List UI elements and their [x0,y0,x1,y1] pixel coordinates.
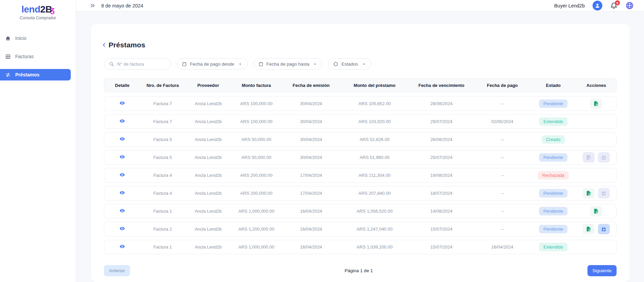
calendar-extend-action-button[interactable] [598,224,610,234]
calendar-plus-icon [601,191,606,196]
eye-icon [120,208,125,214]
invoice-search-field[interactable] [104,58,171,70]
due-date-cell: 15/07/2024 [408,227,474,232]
payment-date-cell: -- [474,137,530,142]
view-loan-detail-button[interactable] [119,136,126,143]
status-cell: Extendido [530,243,576,251]
invoice-number-cell: Factura 7 [140,119,185,124]
page-info: Página 1 de 1 [345,268,373,273]
column-header: Fecha de emisión [281,83,341,88]
view-loan-detail-button[interactable] [119,171,126,179]
issue-date-cell: 16/04/2024 [281,209,341,214]
eye-icon [120,244,125,250]
view-loan-detail-button[interactable] [119,189,126,197]
next-page-button[interactable]: Siguiente [587,265,617,276]
detail-cell [104,243,140,251]
status-badge: Pendiente [539,207,568,215]
home-icon [5,36,11,41]
due-date-cell: 15/07/2024 [408,244,474,250]
eye-icon [120,172,125,179]
invoice-number-cell: Factura 1 [140,209,185,214]
issue-date-cell: 17/04/2024 [281,191,341,196]
due-date-cell: 18/07/2024 [408,191,474,196]
sidebar: lend2Bʒ Consola Comprador Inicio Factura… [0,0,76,282]
sidebar-nav: Inicio Facturas Préstamos [0,32,76,80]
invoice-amount-cell: ARS 50,000.00 [231,137,281,142]
previous-page-button[interactable]: Anterior [104,265,130,276]
provider-cell: Ancla Lend2b [185,119,231,124]
status-badge: Extendido [539,117,567,126]
invoices-grid-icon [5,54,11,60]
sidebar-item-prestamos[interactable]: Préstamos [0,69,71,80]
notification-count-badge: 5 [615,0,620,5]
loan-document-action-button[interactable] [590,98,602,109]
payment-date-cell: -- [474,209,530,214]
status-badge: Pendiente [539,99,568,108]
view-loan-detail-button[interactable] [119,225,126,233]
calendar-plus-icon [601,155,606,160]
loan-document-action-button[interactable] [583,224,595,234]
loans-table: Detalle Nro. de Factura Proveedor Monto … [104,78,617,254]
invoice-amount-cell: ARS 200,000.00 [231,191,281,196]
invoice-amount-cell: ARS 100,000.00 [231,101,281,106]
issue-date-cell: 30/04/2024 [281,101,341,106]
issue-date-cell: 30/04/2024 [281,155,341,160]
detail-cell [104,154,140,161]
provider-cell: Ancla Lend2b [185,101,231,106]
status-badge: Pendiente [539,225,568,233]
actions-cell [576,188,616,198]
loan-amount-cell: ARS 51,960.00 [341,155,409,160]
page-title: Préstamos [109,41,145,49]
loan-document-action-button [583,152,595,163]
filters-bar: Fecha de pago desde Fecha de pago hasta [104,58,617,70]
app-root: lend2Bʒ Consola Comprador Inicio Factura… [0,0,644,282]
loan-document-action-button[interactable] [590,206,602,216]
actions-cell [576,98,616,109]
brand-logo[interactable]: lend2Bʒ [0,4,76,15]
due-date-cell: 29/07/2024 [408,119,474,124]
invoice-number-cell: Factura 1 [140,244,185,250]
page-title-row: ‹ Préstamos [103,40,617,50]
view-loan-detail-button[interactable] [119,207,126,215]
sidebar-item-inicio[interactable]: Inicio [0,32,71,44]
sidebar-item-label: Inicio [15,36,26,41]
date-to-filter-button[interactable]: Fecha de pago hasta [253,58,323,70]
view-loan-detail-button[interactable] [119,154,126,161]
search-input[interactable] [117,62,166,67]
view-loan-detail-button[interactable] [119,243,126,251]
due-date-cell: 14/08/2024 [408,209,474,214]
loans-card: ‹ Préstamos Fecha de pago desde [91,24,629,282]
language-globe-button[interactable] [625,1,634,10]
loan-amount-cell: ARS 105,652.00 [341,101,409,106]
pagination: Anterior Página 1 de 1 Siguiente [104,265,617,282]
provider-cell: Ancla Lend2b [185,244,231,250]
loan-amount-cell: ARS 103,920.00 [341,119,409,124]
invoice-number-cell: Factura 4 [140,173,185,178]
loan-document-action-button[interactable] [583,188,595,198]
eye-icon [120,226,125,232]
status-badge: Creado [542,135,565,144]
invoice-number-cell: Factura 5 [140,137,185,142]
detail-cell [104,100,140,108]
loan-amount-cell: ARS 52,826.00 [341,137,409,142]
document-check-icon [586,190,592,196]
provider-cell: Ancla Lend2b [185,209,231,214]
sidebar-collapse-icon[interactable] [90,3,95,8]
column-header: Fecha de pago [474,83,530,88]
states-filter-button[interactable]: Estados [328,58,371,70]
issue-date-cell: 30/04/2024 [281,137,341,142]
notifications-button[interactable]: 5 [610,2,618,9]
brand-logo-text: lend [21,4,40,15]
view-loan-detail-button[interactable] [119,100,126,108]
provider-cell: Ancla Lend2b [185,137,231,142]
back-button[interactable]: ‹ [103,40,106,50]
status-cell: Rechazada [530,171,576,180]
loan-row: Factura 7Ancla Lend2bARS 100,000.0030/04… [104,114,617,129]
date-from-filter-button[interactable]: Fecha de pago desde [177,58,248,70]
user-avatar[interactable] [593,1,602,10]
invoice-number-cell: Factura 5 [140,155,185,160]
sidebar-item-facturas[interactable]: Facturas [0,51,71,62]
table-body: Factura 7Ancla Lend2bARS 100,000.0030/04… [104,96,617,254]
view-loan-detail-button[interactable] [119,118,126,125]
brand-subtitle: Consola Comprador [0,16,76,20]
